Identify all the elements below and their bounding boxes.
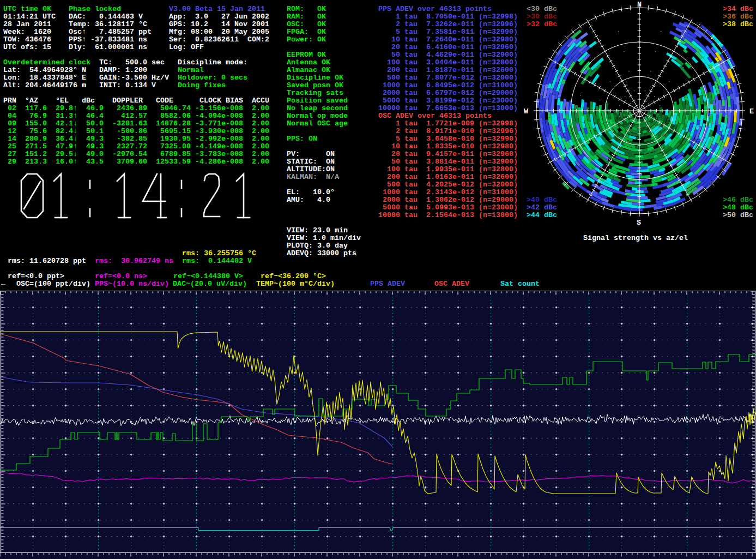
svg-text:W: W xyxy=(524,107,529,116)
svg-text:N: N xyxy=(637,1,642,9)
svg-text:S: S xyxy=(637,219,641,227)
svg-text:E: E xyxy=(749,107,754,116)
